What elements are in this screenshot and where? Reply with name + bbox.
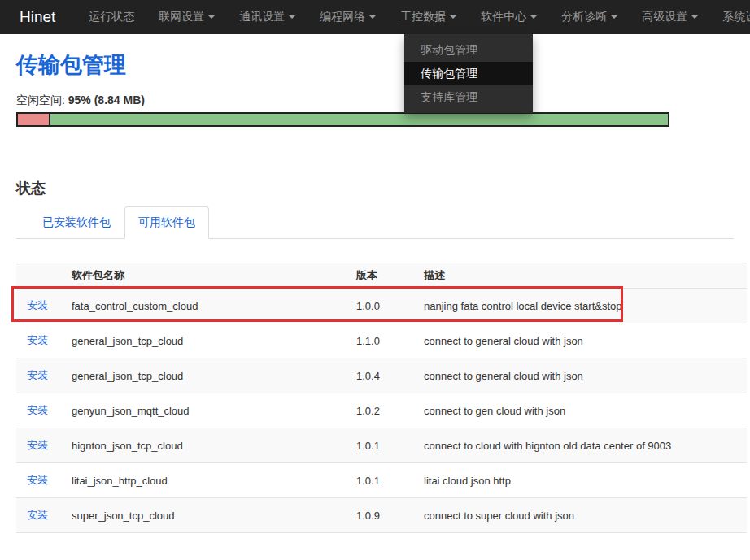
table-header-row: 软件包名称 版本 描述 (16, 263, 747, 289)
page-title: 传输包管理 (16, 50, 734, 80)
package-description-cell: connect to super cloud with json (413, 498, 747, 533)
chevron-down-icon (208, 15, 215, 19)
package-tab[interactable]: 可用软件包 (124, 206, 209, 239)
package-description-cell: nanjing fata control local device start&… (413, 289, 747, 323)
storage-used-segment (18, 114, 50, 125)
nav-menu: 运行状态 联网设置 通讯设置 编程网络 工控数据 (76, 0, 750, 34)
storage-free-segment (50, 114, 668, 125)
table-row: 安装 fata_control_custom_cloud 1.0.0 nanji… (16, 289, 747, 323)
storage-progress-bar (16, 112, 669, 127)
package-name-cell: litai_json_http_cloud (61, 463, 346, 498)
package-name-cell: hignton_json_tcp_cloud (61, 428, 346, 463)
packages-table-wrap: 软件包名称 版本 描述 安装 fata_control_custom_cloud… (16, 263, 734, 533)
page-content: 传输包管理 空闲空间: 95% (8.84 MB) 状态 已安装软件包 可用软件… (0, 50, 750, 560)
nav-menu-item-label: 系统设置 (722, 10, 750, 24)
install-link[interactable]: 安装 (27, 404, 48, 416)
package-version-cell: 1.0.4 (346, 358, 413, 393)
package-version-cell: 1.1.0 (346, 323, 413, 358)
package-version-cell: 1.0.1 (346, 428, 413, 463)
nav-menu-item-label: 分析诊断 (561, 10, 607, 24)
packages-table: 软件包名称 版本 描述 安装 fata_control_custom_cloud… (16, 263, 747, 533)
nav-menu-item[interactable]: 工控数据 (388, 0, 469, 34)
chevron-down-icon (530, 15, 537, 19)
nav-menu-item[interactable]: 分析诊断 (549, 0, 630, 34)
nav-menu-item-label: 编程网络 (320, 10, 365, 24)
package-name-cell: general_json_tcp_cloud (61, 323, 346, 358)
nav-menu-item[interactable]: 编程网络 (307, 0, 388, 34)
nav-menu-item[interactable]: 联网设置 (146, 0, 227, 34)
install-cell: 安装 (16, 393, 61, 428)
nav-menu-item[interactable]: 运行状态 (76, 0, 146, 34)
nav-menu-item-label: 高级设置 (642, 10, 687, 24)
package-name-cell: super_json_tcp_cloud (61, 498, 346, 533)
free-space-line: 空闲空间: 95% (8.84 MB) (16, 93, 734, 108)
table-row: 安装 general_json_tcp_cloud 1.0.4 connect … (16, 358, 747, 393)
table-row: 安装 general_json_tcp_cloud 1.1.0 connect … (16, 323, 747, 358)
nav-menu-item-label: 通讯设置 (239, 10, 285, 24)
dropdown-menu-item[interactable]: 支持库管理 (404, 85, 533, 109)
package-version-cell: 1.0.1 (346, 463, 413, 498)
chevron-down-icon (691, 15, 698, 19)
nav-menu-item-label: 软件中心 (481, 10, 526, 24)
install-cell: 安装 (16, 428, 61, 463)
status-heading: 状态 (16, 179, 734, 198)
package-version-cell: 1.0.0 (346, 289, 413, 323)
install-cell: 安装 (16, 289, 61, 323)
install-cell: 安装 (16, 323, 61, 358)
install-link[interactable]: 安装 (27, 439, 48, 451)
col-header-name: 软件包名称 (61, 263, 346, 289)
dropdown-menu-item[interactable]: 传输包管理 (404, 62, 533, 85)
nav-menu-item[interactable]: 高级设置 (630, 0, 710, 34)
chevron-down-icon (289, 15, 295, 19)
package-description-cell: connect to general cloud with json (413, 358, 747, 393)
package-description-cell: litai cloud json http (413, 463, 747, 498)
install-link[interactable]: 安装 (27, 474, 48, 486)
dropdown-menu-item[interactable]: 驱动包管理 (404, 38, 533, 62)
package-name-cell: fata_control_custom_cloud (61, 289, 346, 323)
chevron-down-icon (611, 15, 617, 19)
nav-menu-item-label: 联网设置 (159, 10, 204, 24)
package-description-cell: connect to cloud with hignton old data c… (413, 428, 747, 463)
brand-logo[interactable]: Hinet (20, 8, 55, 26)
col-header-version: 版本 (346, 263, 413, 289)
nav-menu-item[interactable]: 系统设置 (710, 0, 750, 34)
col-header-description: 描述 (413, 263, 747, 289)
nav-menu-item-label: 工控数据 (400, 10, 446, 24)
install-cell: 安装 (16, 463, 61, 498)
package-version-cell: 1.0.9 (346, 498, 413, 533)
package-tabs: 已安装软件包 可用软件包 (16, 206, 734, 239)
install-cell: 安装 (16, 358, 61, 393)
install-cell: 安装 (16, 498, 61, 533)
table-row: 安装 hignton_json_tcp_cloud 1.0.1 connect … (16, 428, 747, 463)
package-description-cell: connect to general cloud with json (413, 323, 747, 358)
nav-menu-item[interactable]: 软件中心 (469, 0, 549, 34)
package-description-cell: connect to gen cloud with json (413, 393, 747, 428)
package-name-cell: general_json_tcp_cloud (61, 358, 346, 393)
chevron-down-icon (369, 15, 376, 19)
package-name-cell: genyun_json_mqtt_cloud (61, 393, 346, 428)
table-row: 安装 super_json_tcp_cloud 1.0.9 connect to… (16, 498, 747, 533)
install-link[interactable]: 安装 (27, 299, 48, 311)
install-link[interactable]: 安装 (27, 509, 48, 521)
nav-menu-item-label: 运行状态 (89, 10, 134, 24)
free-space-value: 95% (8.84 MB) (68, 93, 145, 106)
table-row: 安装 genyun_json_mqtt_cloud 1.0.2 connect … (16, 393, 747, 428)
software-center-dropdown: 驱动包管理 传输包管理 支持库管理 (404, 34, 533, 113)
nav-menu-item[interactable]: 通讯设置 (227, 0, 307, 34)
chevron-down-icon (450, 15, 456, 19)
install-link[interactable]: 安装 (27, 369, 48, 381)
free-space-label: 空闲空间: (16, 93, 65, 106)
col-header-install (16, 263, 61, 289)
top-navbar: Hinet 运行状态 联网设置 通讯设置 编程网络 工控数据 (0, 0, 750, 34)
table-row: 安装 litai_json_http_cloud 1.0.1 litai clo… (16, 463, 747, 498)
package-tab[interactable]: 已安装软件包 (28, 206, 124, 239)
install-link[interactable]: 安装 (27, 334, 48, 346)
package-version-cell: 1.0.2 (346, 393, 413, 428)
